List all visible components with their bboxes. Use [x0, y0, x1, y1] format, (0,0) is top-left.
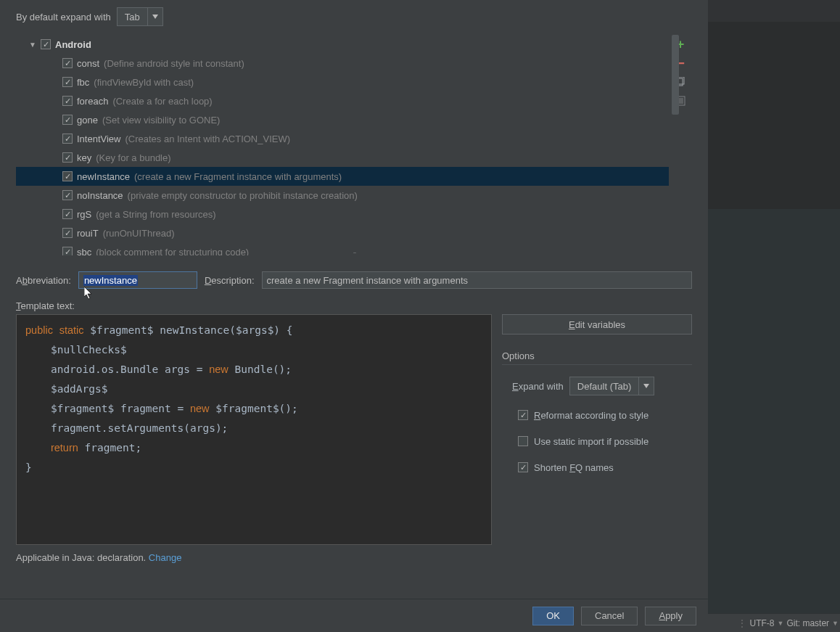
dropdown-button[interactable]: [147, 7, 163, 26]
checkbox-icon[interactable]: [41, 39, 51, 49]
git-status[interactable]: Git: master: [786, 618, 829, 628]
tree-item-fbc[interactable]: fbc (findViewById with cast): [16, 73, 669, 91]
checkbox-icon[interactable]: [62, 115, 73, 125]
item-name: gone: [77, 115, 98, 126]
default-expand-value: Tab: [117, 7, 147, 26]
expand-with-value: Default (Tab): [569, 377, 638, 395]
template-text-label: Template text:: [0, 293, 708, 314]
options-title: Options: [502, 350, 692, 365]
checkbox-icon[interactable]: [62, 190, 73, 200]
reformat-label: Reformat according to style: [534, 410, 648, 421]
template-tree[interactable]: ▼Androidconst (Define android style int …: [16, 35, 669, 255]
item-name: key: [77, 152, 91, 163]
desc-value: create a new Fragment instance with argu…: [267, 275, 468, 286]
tree-item-IntentView[interactable]: IntentView (Creates an Intent with ACTIO…: [16, 129, 669, 148]
change-link[interactable]: Change: [149, 552, 182, 563]
tree-item-foreach[interactable]: foreach (Create a for each loop): [16, 91, 669, 110]
apply-button[interactable]: Apply: [645, 607, 696, 625]
expand-with-combo[interactable]: Default (Tab): [569, 377, 654, 395]
item-desc: (findViewById with cast): [94, 77, 194, 88]
item-desc: (get a String from resources): [96, 209, 215, 220]
tree-item-const[interactable]: const (Define android style int constant…: [16, 54, 669, 73]
tree-item-sbc[interactable]: sbc (block comment for structuring code): [16, 242, 669, 255]
tree-scrollbar[interactable]: [672, 35, 679, 115]
tree-item-rgS[interactable]: rgS (get a String from resources): [16, 205, 669, 223]
tree-item-noInstance[interactable]: noInstance (private empty constructor to…: [16, 186, 669, 205]
expand-with-row: Expand with Default (Tab): [502, 377, 692, 395]
template-tree-area: ▼Androidconst (Define android style int …: [16, 35, 692, 255]
status-bar: ⋮ UTF-8 ▼ Git: master ▼: [708, 613, 840, 632]
template-editor[interactable]: public static $fragment$ newInstance($ar…: [16, 314, 492, 545]
item-name: rouiT: [77, 228, 99, 239]
checkbox-icon[interactable]: [62, 96, 73, 106]
encoding-status[interactable]: UTF-8: [749, 618, 774, 628]
abbrev-label: Abbreviation:: [16, 275, 71, 286]
item-desc: (Set view visibility to GONE): [102, 115, 221, 126]
default-expand-label: By default expand with: [16, 12, 111, 22]
shorten-fq-option[interactable]: Shorten FQ names: [502, 458, 692, 477]
static-import-option[interactable]: Use static import if possible: [502, 432, 692, 451]
item-desc: (Creates an Intent with ACTION_VIEW): [125, 134, 290, 144]
options-panel: Edit variables Options Expand with Defau…: [502, 314, 692, 545]
desc-input[interactable]: create a new Fragment instance with argu…: [262, 271, 692, 289]
applicable-row: Applicable in Java: declaration. Change: [0, 545, 708, 570]
reformat-option[interactable]: Reformat according to style: [502, 406, 692, 424]
group-label: Android: [55, 39, 91, 50]
checkbox-icon: [518, 410, 528, 420]
chevron-down-icon: ▼: [777, 620, 783, 627]
item-name: noInstance: [77, 190, 123, 201]
tree-group-android[interactable]: ▼Android: [16, 35, 669, 54]
tree-item-key[interactable]: key (Key for a bundle): [16, 148, 669, 167]
checkbox-icon[interactable]: [62, 58, 73, 68]
dialog-button-bar: OK Cancel Apply: [0, 599, 708, 632]
item-desc: (Create a for each loop): [112, 96, 212, 107]
status-sep: ⋮: [738, 618, 746, 628]
dropdown-button[interactable]: [638, 377, 654, 395]
splitter-grip[interactable]: ······: [353, 249, 355, 256]
item-name: IntentView: [77, 134, 120, 144]
checkbox-icon[interactable]: [62, 77, 73, 87]
abbrev-value: newInstance: [83, 275, 138, 286]
item-name: sbc: [77, 247, 91, 256]
checkbox-icon[interactable]: [62, 247, 73, 255]
bg-strip2: [708, 22, 840, 209]
applicable-text: Applicable in Java: declaration.: [16, 552, 146, 563]
bg-strip: [708, 0, 840, 22]
chevron-down-icon: [152, 15, 158, 19]
abbrev-row: Abbreviation: newInstance Description: c…: [0, 255, 708, 293]
checkbox-icon: [518, 436, 528, 446]
cancel-button[interactable]: Cancel: [581, 607, 638, 625]
checkbox-icon[interactable]: [62, 209, 73, 219]
item-desc: (runOnUIThread): [103, 228, 175, 239]
item-desc: (Define android style int constant): [104, 58, 244, 69]
checkbox-icon[interactable]: [62, 171, 73, 181]
item-desc: (block comment for structuring code): [96, 247, 249, 256]
item-name: const: [77, 58, 99, 69]
item-desc: (create a new Fragment instance with arg…: [134, 171, 342, 182]
item-desc: (Key for a bundle): [96, 152, 170, 163]
chevron-down-icon: [643, 384, 649, 388]
checkbox-icon[interactable]: [62, 134, 73, 144]
checkbox-icon[interactable]: [62, 228, 73, 238]
middle-area: public static $fragment$ newInstance($ar…: [0, 314, 708, 545]
ok-button[interactable]: OK: [532, 607, 574, 625]
static-import-label: Use static import if possible: [534, 436, 648, 447]
item-name: rgS: [77, 209, 91, 220]
default-expand-row: By default expand with Tab: [0, 0, 708, 30]
tree-item-newInstance[interactable]: newInstance (create a new Fragment insta…: [16, 167, 669, 186]
tree-item-gone[interactable]: gone (Set view visibility to GONE): [16, 110, 669, 129]
edit-variables-button[interactable]: Edit variables: [502, 314, 692, 335]
item-name: foreach: [77, 96, 108, 107]
expand-with-label: Expand with: [512, 381, 564, 392]
ide-background: [708, 0, 840, 632]
abbrev-input[interactable]: newInstance: [78, 271, 197, 289]
tree-item-rouiT[interactable]: rouiT (runOnUIThread): [16, 223, 669, 242]
desc-label: Description:: [205, 275, 255, 286]
triangle-down-icon: ▼: [29, 41, 36, 49]
checkbox-icon: [518, 462, 528, 472]
item-desc: (private empty constructor to prohibit i…: [128, 190, 358, 201]
live-templates-dialog: By default expand with Tab ▼Androidconst…: [0, 0, 708, 632]
checkbox-icon[interactable]: [62, 152, 73, 163]
item-name: newInstance: [77, 171, 130, 182]
default-expand-combo[interactable]: Tab: [117, 7, 163, 26]
